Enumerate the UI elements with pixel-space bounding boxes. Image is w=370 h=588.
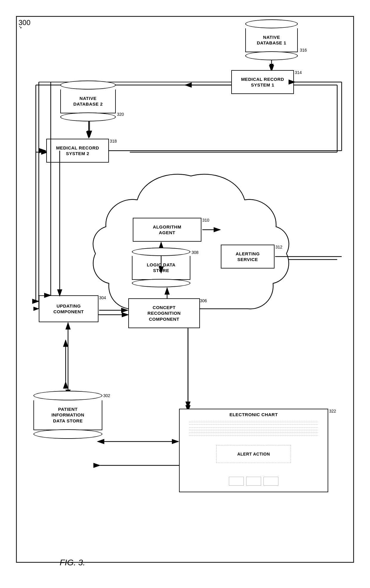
medical-record-system2: MEDICAL RECORDSYSTEM 2 [46, 139, 109, 163]
alerting-service-ref: 312 [275, 245, 282, 249]
patient-info-ref: 302 [103, 393, 110, 398]
patient-info: PATIENTINFORMATIONDATA STORE [33, 391, 103, 439]
medical-record2-ref: 318 [110, 139, 117, 143]
native-db2-ref: 320 [117, 112, 124, 117]
updating-component-ref: 304 [99, 295, 106, 300]
medical-record-system1: MEDICAL RECORDSYSTEM 1 [231, 70, 294, 94]
electronic-chart-ref: 322 [329, 409, 336, 413]
native-db1: NATIVEDATABASE 1 [245, 19, 298, 60]
logic-data-store-ref: 308 [192, 250, 198, 255]
algorithm-agent: ALGORITHMAGENT [133, 218, 201, 242]
alert-action-inner: ALERT ACTION [216, 445, 291, 463]
native-db2: NATIVEDATABASE 2 [60, 81, 116, 121]
algorithm-agent-ref: 310 [202, 218, 209, 223]
updating-component: UPDATINGCOMPONENT [39, 295, 98, 322]
concept-recognition-ref: 306 [200, 298, 207, 303]
figure-label: FIG. 3. [60, 558, 85, 567]
alerting-service: ALERTINGSERVICE [221, 245, 275, 268]
diagram-container: 300 ↘ NATIVEDATABASE 1 316 MEDICAL RECOR… [0, 0, 370, 588]
chart-box1 [229, 477, 244, 486]
electronic-chart: ELECTRONIC CHART ALERT ACTION [179, 409, 328, 492]
chart-box2 [246, 477, 261, 486]
chart-box3 [263, 477, 278, 486]
logic-data-store: LOGIC DATASTORE [131, 248, 191, 287]
concept-recognition: CONCEPTRECOGNITIONCOMPONENT [128, 298, 200, 328]
medical-record1-ref: 314 [295, 70, 302, 75]
native-db1-ref: 316 [300, 48, 307, 53]
